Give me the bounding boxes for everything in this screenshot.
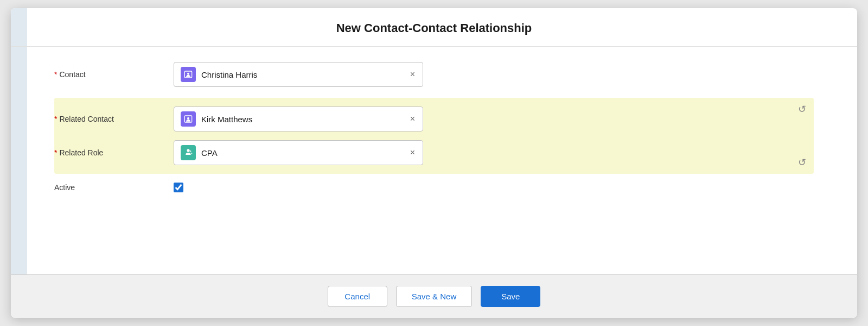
undo-related-role-button[interactable]: ↺ — [798, 156, 806, 168]
required-star-contact: * — [54, 70, 57, 79]
save-new-button[interactable]: Save & New — [396, 286, 473, 307]
related-role-field[interactable]: CPA × — [174, 140, 423, 165]
svg-point-1 — [187, 73, 189, 75]
related-role-clear-button[interactable]: × — [409, 148, 416, 157]
contact-field[interactable]: Christina Harris × — [174, 62, 423, 87]
cancel-button[interactable]: Cancel — [328, 286, 387, 307]
modal-dialog: New Contact-Contact Relationship *Contac… — [11, 8, 857, 318]
related-contact-field[interactable]: Kirk Matthews × — [174, 106, 423, 131]
contact-value: Christina Harris — [201, 70, 404, 79]
modal-header: New Contact-Contact Relationship — [11, 8, 857, 47]
related-contact-icon — [181, 111, 196, 127]
svg-point-4 — [190, 151, 192, 152]
related-role-icon — [181, 145, 196, 160]
active-label: Active — [54, 183, 174, 192]
related-contact-value: Kirk Matthews — [201, 115, 404, 124]
modal-body: *Contact Christina Harris × ↺ — [11, 47, 857, 274]
highlight-section: ↺ *Related Contact — [54, 98, 814, 174]
save-button[interactable]: Save — [481, 286, 540, 307]
contact-row: *Contact Christina Harris × — [54, 62, 814, 87]
contact-icon — [181, 67, 196, 82]
svg-point-3 — [187, 117, 189, 120]
related-contact-row: *Related Contact Kirk Matthews × — [54, 106, 803, 131]
undo-related-contact-button[interactable]: ↺ — [798, 103, 806, 115]
related-role-value: CPA — [201, 148, 404, 158]
active-row: Active — [54, 183, 814, 192]
related-role-row: *Related Role CPA × — [54, 140, 803, 165]
contact-label: *Contact — [54, 70, 174, 79]
related-role-label: *Related Role — [54, 148, 174, 157]
modal-content: New Contact-Contact Relationship *Contac… — [11, 8, 857, 318]
related-contact-clear-button[interactable]: × — [409, 115, 416, 123]
required-star-role: * — [54, 148, 57, 157]
required-star-related: * — [54, 115, 57, 123]
modal-title: New Contact-Contact Relationship — [28, 21, 840, 35]
contact-clear-button[interactable]: × — [409, 70, 416, 79]
modal-footer: Cancel Save & New Save — [11, 274, 857, 318]
related-contact-label: *Related Contact — [54, 115, 174, 123]
active-checkbox[interactable] — [174, 183, 183, 192]
